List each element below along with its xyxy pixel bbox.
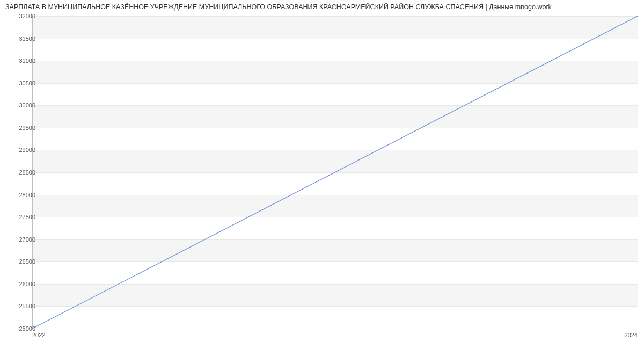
y-tick-label: 29000 (9, 147, 35, 153)
y-tick-label: 25000 (9, 325, 35, 332)
y-tick-label: 29500 (9, 125, 35, 131)
plot-area (32, 16, 638, 329)
y-tick-label: 27000 (9, 236, 35, 243)
y-tick-label: 30000 (9, 102, 35, 108)
x-tick-label: 2024 (625, 332, 638, 338)
y-tick-label: 26500 (9, 258, 35, 265)
y-tick-label: 28500 (9, 169, 35, 176)
y-tick-label: 30500 (9, 80, 35, 86)
chart-title: ЗАРПЛАТА В МУНИЦИПАЛЬНОЕ КАЗЁННОЕ УЧРЕЖД… (5, 3, 639, 11)
salary-line-chart: ЗАРПЛАТА В МУНИЦИПАЛЬНОЕ КАЗЁННОЕ УЧРЕЖД… (0, 0, 644, 349)
x-axis-line (32, 329, 638, 329)
y-tick-label: 27500 (9, 214, 35, 220)
line-layer (32, 16, 638, 329)
series-salary (32, 16, 638, 329)
y-tick-label: 32000 (9, 13, 35, 19)
y-tick-label: 31000 (9, 57, 35, 64)
y-tick-label: 25500 (9, 303, 35, 309)
y-tick-label: 31500 (9, 35, 35, 42)
y-tick-label: 28000 (9, 192, 35, 198)
x-tick-label: 2022 (32, 332, 45, 338)
y-tick-label: 26000 (9, 281, 35, 287)
